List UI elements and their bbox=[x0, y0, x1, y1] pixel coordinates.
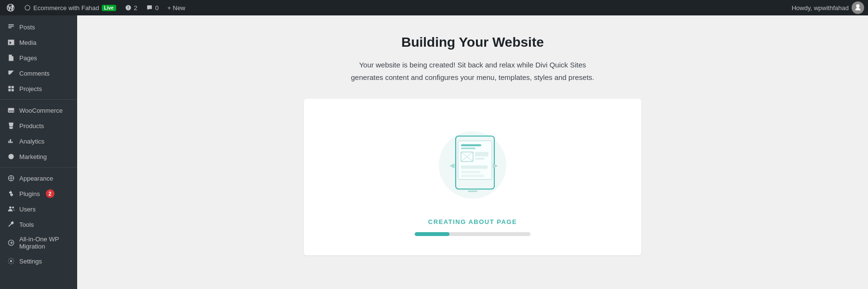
plugins-icon bbox=[7, 189, 15, 198]
sidebar-label-woocommerce: WooCommerce bbox=[19, 107, 63, 114]
main-content: Building Your Website Your website is be… bbox=[77, 15, 868, 289]
svg-rect-15 bbox=[475, 152, 488, 157]
sidebar-item-settings[interactable]: Settings bbox=[0, 253, 77, 269]
updates-button[interactable]: 2 bbox=[123, 0, 139, 15]
svg-rect-10 bbox=[461, 144, 481, 146]
howdy-text: Howdy, wpwithfahad bbox=[792, 4, 849, 12]
svg-rect-11 bbox=[461, 148, 475, 149]
sidebar-item-media[interactable]: Media bbox=[0, 35, 77, 50]
creating-label: CREATING ABOUT PAGE bbox=[428, 218, 517, 225]
sidebar-separator-2 bbox=[0, 167, 77, 168]
comments-button[interactable]: 0 bbox=[144, 0, 161, 15]
sidebar-item-marketing[interactable]: Marketing bbox=[0, 149, 77, 164]
woo-icon: woo bbox=[7, 106, 15, 115]
pages-icon bbox=[7, 53, 15, 62]
sidebar-item-allinone[interactable]: All-in-One WP Migration bbox=[0, 232, 77, 253]
new-button[interactable]: + New bbox=[165, 0, 187, 15]
sidebar: Posts Media Pages Comments Projects bbox=[0, 15, 77, 289]
svg-rect-18 bbox=[461, 171, 480, 173]
top-bar: Ecommerce with Fahad Live 2 0 + New Howd… bbox=[0, 0, 868, 15]
sidebar-label-users: Users bbox=[19, 206, 36, 213]
appearance-icon bbox=[7, 174, 15, 183]
migration-icon bbox=[7, 238, 15, 247]
svg-point-4 bbox=[12, 207, 14, 209]
sidebar-item-projects[interactable]: Projects bbox=[0, 81, 77, 96]
sidebar-item-plugins[interactable]: Plugins 2 bbox=[0, 186, 77, 201]
updates-count: 2 bbox=[134, 4, 137, 12]
sidebar-item-appearance[interactable]: Appearance bbox=[0, 171, 77, 186]
svg-text:woo: woo bbox=[8, 109, 14, 112]
sidebar-label-settings: Settings bbox=[19, 258, 42, 265]
sidebar-item-tools[interactable]: Tools bbox=[0, 217, 77, 232]
projects-icon bbox=[7, 84, 15, 93]
posts-icon bbox=[7, 23, 15, 31]
users-icon bbox=[7, 205, 15, 213]
svg-rect-16 bbox=[475, 158, 485, 160]
top-bar-left: Ecommerce with Fahad Live 2 0 + New bbox=[4, 0, 786, 15]
comments-count: 0 bbox=[155, 4, 159, 12]
sidebar-label-posts: Posts bbox=[19, 24, 35, 31]
svg-point-6 bbox=[10, 260, 12, 262]
settings-icon bbox=[7, 257, 15, 265]
analytics-icon bbox=[7, 137, 15, 145]
live-badge: Live bbox=[102, 5, 116, 11]
svg-rect-20 bbox=[468, 191, 477, 192]
sidebar-item-pages[interactable]: Pages bbox=[0, 50, 77, 66]
sidebar-label-appearance: Appearance bbox=[19, 175, 53, 182]
building-card: ◀ ▶ CREATING ABOUT PAGE bbox=[304, 99, 641, 255]
site-name: Ecommerce with Fahad bbox=[33, 4, 99, 12]
progress-bar bbox=[415, 232, 530, 236]
tools-icon bbox=[7, 220, 15, 229]
sidebar-label-allinone: All-in-One WP Migration bbox=[19, 236, 72, 250]
sidebar-item-woocommerce[interactable]: woo WooCommerce bbox=[0, 103, 77, 118]
content-center: Building Your Website Your website is be… bbox=[304, 35, 641, 255]
page-title: Building Your Website bbox=[401, 35, 544, 50]
sidebar-label-plugins: Plugins bbox=[19, 190, 40, 197]
sidebar-item-comments[interactable]: Comments bbox=[0, 66, 77, 81]
marketing-icon bbox=[7, 152, 15, 161]
svg-text:▶: ▶ bbox=[493, 161, 498, 169]
sidebar-item-users[interactable]: Users bbox=[0, 201, 77, 217]
comments-icon bbox=[7, 69, 15, 78]
site-name-button[interactable]: Ecommerce with Fahad Live bbox=[22, 0, 118, 15]
sidebar-separator-1 bbox=[0, 99, 77, 100]
layout: Posts Media Pages Comments Projects bbox=[0, 15, 868, 289]
sidebar-label-products: Products bbox=[19, 122, 44, 130]
website-illustration: ◀ ▶ bbox=[424, 118, 521, 205]
svg-point-3 bbox=[9, 206, 12, 209]
products-icon bbox=[7, 121, 15, 130]
sidebar-label-projects: Projects bbox=[19, 85, 42, 92]
progress-bar-fill bbox=[415, 232, 449, 236]
sidebar-item-products[interactable]: Products bbox=[0, 118, 77, 133]
plugins-badge: 2 bbox=[46, 189, 54, 198]
svg-rect-19 bbox=[461, 175, 484, 177]
svg-rect-17 bbox=[461, 166, 488, 169]
sidebar-label-pages: Pages bbox=[19, 54, 37, 62]
new-label: + New bbox=[167, 4, 185, 12]
sidebar-label-media: Media bbox=[19, 39, 36, 46]
sidebar-label-tools: Tools bbox=[19, 221, 34, 228]
media-icon bbox=[7, 38, 15, 47]
sidebar-item-analytics[interactable]: Analytics bbox=[0, 133, 77, 149]
wp-logo-button[interactable] bbox=[4, 0, 17, 15]
user-avatar[interactable] bbox=[852, 1, 864, 14]
sidebar-label-analytics: Analytics bbox=[19, 138, 44, 145]
sidebar-label-comments: Comments bbox=[19, 70, 50, 77]
svg-text:◀: ◀ bbox=[449, 161, 455, 169]
page-subtitle: Your website is being created! Sit back … bbox=[347, 59, 598, 83]
sidebar-label-marketing: Marketing bbox=[19, 153, 47, 160]
sidebar-item-posts[interactable]: Posts bbox=[0, 19, 77, 35]
top-bar-right: Howdy, wpwithfahad bbox=[792, 1, 864, 14]
